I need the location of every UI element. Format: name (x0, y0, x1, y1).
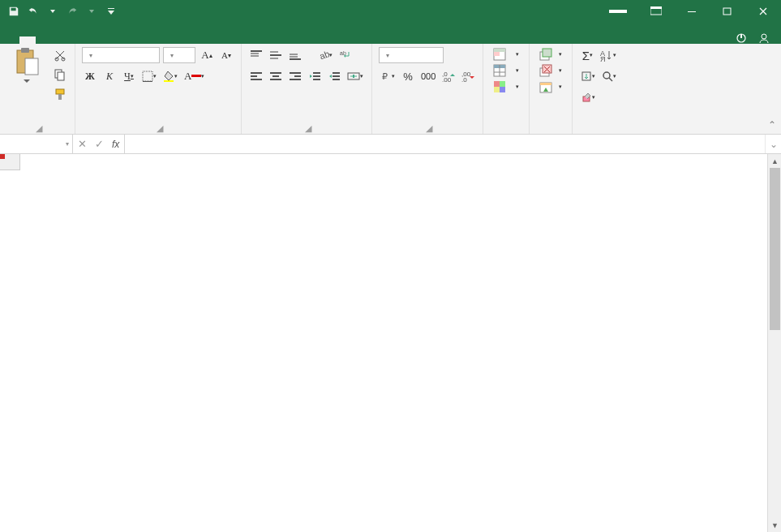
tab-review[interactable] (101, 36, 117, 44)
percent-icon[interactable]: % (400, 68, 416, 84)
conditional-format-button[interactable]: ▾ (490, 47, 522, 62)
italic-icon[interactable]: К (101, 68, 118, 84)
collapse-ribbon-icon[interactable]: ⌃ (768, 119, 776, 131)
expand-formula-bar-icon[interactable]: ⌄ (765, 135, 781, 153)
svg-rect-61 (494, 87, 500, 92)
decrease-indent-icon[interactable] (307, 68, 323, 84)
orientation-icon[interactable]: ab▾ (316, 47, 334, 63)
qat-customize-icon[interactable] (102, 2, 120, 20)
scroll-thumb[interactable] (770, 168, 780, 330)
tab-data[interactable] (84, 36, 101, 44)
undo-dropdown-icon[interactable] (44, 2, 62, 20)
tab-help[interactable] (149, 36, 165, 44)
scroll-down-icon[interactable]: ▼ (768, 518, 781, 532)
redo-dropdown-icon[interactable] (83, 2, 101, 20)
autosum-icon[interactable]: Σ ▾ (579, 47, 595, 63)
grow-font-icon[interactable]: A▴ (199, 47, 215, 63)
font-name-combo[interactable]: ▾ (82, 47, 160, 63)
tab-page-layout[interactable] (52, 36, 68, 44)
fill-color-icon[interactable]: ▾ (161, 68, 179, 84)
copy-icon[interactable] (52, 66, 68, 83)
svg-rect-68 (540, 83, 551, 85)
dialog-launcher-icon[interactable]: ◢ (35, 124, 43, 132)
undo-icon[interactable] (24, 2, 42, 20)
sort-filter-icon[interactable]: AЯ▾ (599, 47, 618, 63)
svg-text:ab: ab (318, 49, 329, 61)
svg-rect-22 (251, 55, 259, 57)
increase-indent-icon[interactable] (326, 68, 342, 84)
svg-rect-42 (313, 79, 320, 80)
insert-cells-button[interactable]: ▾ (536, 47, 565, 62)
cell-styles-button[interactable]: ▾ (490, 79, 522, 94)
formula-input[interactable] (125, 135, 765, 153)
align-top-icon[interactable] (248, 47, 264, 63)
delete-cells-button[interactable]: ▾ (536, 63, 565, 78)
tell-me-button[interactable] (736, 32, 750, 44)
group-clipboard: ◢ (0, 44, 75, 134)
tab-home[interactable] (19, 36, 36, 44)
ribbon-options-icon[interactable] (638, 0, 674, 23)
tab-view[interactable] (117, 36, 133, 44)
group-styles: ▾ ▾ ▾ (483, 44, 530, 134)
underline-icon[interactable]: Ч ▾ (121, 68, 137, 84)
wrap-text-icon[interactable]: ab (337, 47, 354, 63)
redo-icon[interactable] (63, 2, 81, 20)
shrink-font-icon[interactable]: A▾ (218, 47, 234, 63)
tab-file[interactable] (3, 36, 19, 44)
tab-insert[interactable] (36, 36, 52, 44)
borders-icon[interactable]: ▾ (140, 68, 158, 84)
comma-icon[interactable]: 000 (419, 68, 437, 84)
find-icon[interactable]: ▾ (600, 68, 618, 84)
number-format-combo[interactable]: ▾ (379, 47, 444, 63)
svg-rect-2 (688, 11, 696, 12)
vertical-scrollbar[interactable]: ▲ ▼ (767, 154, 781, 532)
share-button[interactable] (758, 32, 773, 44)
clear-icon[interactable]: ▾ (579, 89, 597, 105)
scroll-up-icon[interactable]: ▲ (768, 154, 781, 168)
name-box[interactable]: ▾ (0, 135, 73, 153)
format-painter-icon[interactable] (52, 86, 68, 102)
svg-rect-54 (494, 52, 500, 56)
save-icon[interactable] (5, 2, 23, 20)
group-alignment: ab▾ ab ▾ ◢ (242, 44, 372, 134)
font-size-combo[interactable]: ▾ (163, 47, 195, 63)
svg-rect-8 (21, 48, 29, 53)
svg-rect-31 (251, 72, 262, 74)
align-right-icon[interactable] (287, 68, 303, 84)
minimize-icon[interactable] (674, 0, 710, 23)
paste-button[interactable] (6, 47, 47, 83)
fill-icon[interactable]: ▾ (579, 68, 597, 84)
cut-icon[interactable] (52, 47, 68, 63)
svg-rect-25 (270, 58, 278, 59)
align-bottom-icon[interactable] (287, 47, 303, 63)
svg-point-72 (603, 72, 610, 79)
decrease-decimal-icon[interactable]: ,00,0 (460, 68, 476, 84)
dialog-launcher-icon[interactable]: ◢ (425, 124, 433, 132)
accounting-format-icon[interactable]: ₽▾ (379, 68, 397, 84)
dialog-launcher-icon[interactable]: ◢ (304, 124, 312, 132)
tab-formulas[interactable] (68, 36, 84, 44)
svg-rect-3 (723, 8, 731, 15)
enter-formula-icon[interactable]: ✓ (95, 138, 104, 150)
align-left-icon[interactable] (248, 68, 264, 84)
cancel-formula-icon[interactable]: ✕ (78, 138, 87, 150)
format-cells-button[interactable]: ▾ (536, 79, 565, 94)
group-cells: ▾ ▾ ▾ (530, 44, 573, 134)
bold-icon[interactable]: Ж (82, 68, 98, 84)
svg-text:₽: ₽ (382, 71, 388, 81)
format-as-table-button[interactable]: ▾ (490, 63, 522, 78)
tab-developer[interactable] (133, 36, 149, 44)
dialog-launcher-icon[interactable]: ◢ (156, 124, 164, 132)
svg-rect-59 (494, 81, 500, 87)
signin-button[interactable] (609, 10, 627, 13)
align-center-icon[interactable] (268, 68, 284, 84)
merge-icon[interactable]: ▾ (345, 68, 365, 84)
select-all-button[interactable] (0, 154, 20, 170)
align-middle-icon[interactable] (268, 47, 284, 63)
font-color-icon[interactable]: А▾ (182, 68, 206, 84)
maximize-icon[interactable] (710, 0, 745, 23)
close-icon[interactable] (745, 0, 781, 23)
increase-decimal-icon[interactable]: ,0,00 (440, 68, 457, 84)
fx-icon[interactable]: fx (112, 139, 119, 150)
svg-rect-53 (494, 49, 505, 52)
